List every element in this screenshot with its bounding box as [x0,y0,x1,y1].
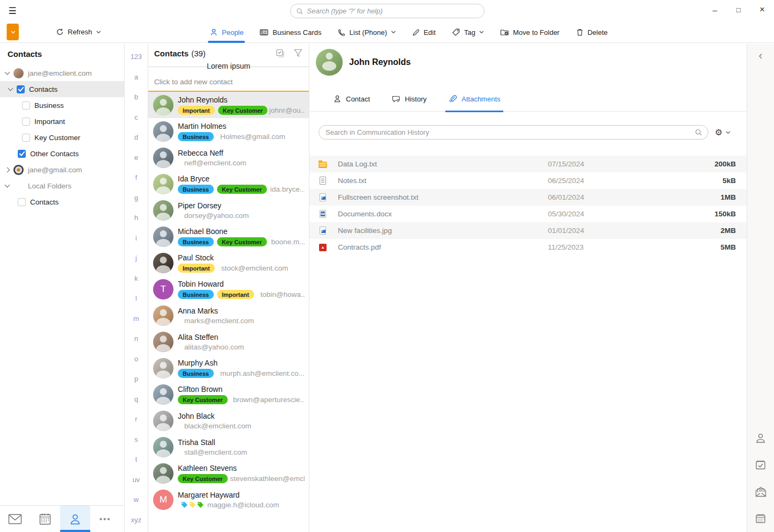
alphabet-letter[interactable]: e [125,148,148,168]
alphabet-letter[interactable]: xyz [125,510,148,530]
maximize-button[interactable]: □ [727,0,750,19]
folder-tree-item[interactable]: Key Customer [0,129,124,145]
alphabet-letter[interactable]: m [125,309,148,329]
alphabet-letter[interactable]: k [125,268,148,289]
partially-scrolled-row[interactable]: Lorem ipsum [148,61,309,72]
alphabet-letter[interactable]: q [125,389,148,410]
contact-list-item[interactable]: Clifton Brown Key Customer brown@apertur… [148,381,309,407]
communication-search[interactable] [319,125,708,140]
contact-list-item[interactable]: Murphy Ash Business murph.ash@emclient.c… [148,355,309,381]
alphabet-letter[interactable]: p [125,369,148,389]
delete-button[interactable]: Delete [576,21,608,43]
rail-contact-button[interactable] [755,432,766,444]
search-settings-button[interactable]: ⚙ [715,127,730,137]
folder-tree-item[interactable]: Business [0,97,124,113]
alphabet-letter[interactable]: g [125,188,148,208]
folder-checkbox[interactable] [22,134,30,142]
contact-list-item[interactable]: John Black black@emclient.com [148,407,309,434]
contact-list-item[interactable]: Paul Stock Important stock@emclient.com [148,250,309,276]
alphabet-letter[interactable]: j [125,248,148,268]
tag-button[interactable]: Tag [452,21,484,43]
move-to-folder-button[interactable]: Move to Folder [500,21,560,43]
close-button[interactable]: × [750,0,774,19]
folder-checkbox[interactable] [22,118,30,126]
alphabet-letter[interactable]: c [125,107,148,128]
contact-list-item[interactable]: Piper Dorsey dorsey@yahoo.com [148,197,309,223]
tab-business-cards[interactable]: Business Cards [259,21,321,43]
attachment-row[interactable]: Data Log.txt 07/15/2024 200kB [309,156,747,172]
folder-tree-item[interactable]: Contacts [0,194,124,210]
contact-list-item[interactable]: Rebecca Neff neff@emclient.com [148,144,309,171]
folder-tree-item[interactable]: Important [0,113,124,129]
minimize-button[interactable]: – [703,0,727,19]
tree-chevron-icon[interactable] [5,167,10,172]
tab-contact[interactable]: Contact [333,86,370,112]
folder-tree-item[interactable]: jane@gmail.com [0,162,124,178]
tab-history[interactable]: History [392,86,426,112]
refresh-button[interactable]: Refresh [56,24,101,40]
module-people[interactable] [60,506,90,532]
global-search-input[interactable] [307,7,479,15]
add-new-contact-row[interactable]: Click to add new contact [148,72,309,92]
alphabet-letter[interactable]: l [125,288,148,309]
alphabet-letter[interactable]: b [125,87,148,107]
tree-chevron-icon[interactable] [5,183,10,188]
alphabet-letter[interactable]: i [125,228,148,249]
module-mail[interactable] [0,506,30,532]
alphabet-letter[interactable]: f [125,167,148,188]
contact-list-item[interactable]: Alita Steffen alitas@yahoo.com [148,329,309,355]
tab-attachments[interactable]: Attachments [448,86,500,112]
tab-list-phone[interactable]: List (Phone) [338,21,396,43]
rail-mail-button[interactable] [755,486,767,498]
alphabet-letter[interactable]: r [125,409,148,429]
folder-tree-item[interactable]: jane@emclient.com [0,65,124,81]
tree-chevron-icon[interactable] [5,70,10,75]
alphabet-letter[interactable]: o [125,349,148,369]
folder-tree-item[interactable]: Contacts [0,81,124,97]
new-button[interactable]: + New [6,24,19,40]
alphabet-letter[interactable]: 123 [125,47,148,67]
alphabet-letter[interactable]: n [125,329,148,349]
tree-chevron-icon[interactable] [8,86,13,91]
attachment-row[interactable]: Notes.txt 06/25/2024 5kB [309,172,747,189]
folder-tree-item[interactable]: Local Folders [0,178,124,194]
alphabet-letter[interactable]: w [125,490,148,510]
edit-button[interactable]: Edit [412,21,436,43]
hamburger-menu-icon[interactable]: ☰ [5,4,19,17]
contact-list-item[interactable]: Michael Boone BusinessKey Customer boone… [148,223,309,250]
folder-checkbox[interactable] [17,85,25,93]
alphabet-letter[interactable]: uv [125,470,148,490]
contact-list-item[interactable]: John Reynolds ImportantKey Customer john… [148,92,309,118]
alphabet-letter[interactable]: s [125,429,148,450]
folder-checkbox[interactable] [22,101,30,110]
attachment-row[interactable]: Fullscreen screenshot.txt 06/01/2024 1MB [309,189,747,206]
communication-search-input[interactable] [325,128,695,136]
folder-tree-item[interactable]: Other Contacts [0,145,124,162]
folder-checkbox[interactable] [18,150,26,158]
global-search[interactable] [290,4,484,18]
tab-people[interactable]: People [209,21,243,43]
contact-list-item[interactable]: Anna Marks marks@emclient.com [148,302,309,329]
filter-icon[interactable] [294,49,302,57]
module-calendar[interactable] [30,506,60,532]
new-dropdown-button[interactable] [7,24,19,40]
attachment-row[interactable]: Contracts.pdf 11/25/2023 5MB [309,239,747,256]
rail-tasks-button[interactable] [755,459,766,471]
alphabet-letter[interactable]: h [125,208,148,228]
contact-list-item[interactable]: Ida Bryce BusinessKey Customer ida.bryce… [148,171,309,197]
attachment-row[interactable]: New facilities.jpg 01/01/2024 2MB [309,222,747,239]
contact-list-item[interactable]: Kathleen Stevens Key Customer stevenskat… [148,460,309,486]
folder-checkbox[interactable] [18,198,26,206]
rail-agenda-button[interactable] [755,513,766,524]
contact-list-item[interactable]: Trisha Stall stall@emclient.com [148,434,309,460]
alphabet-letter[interactable]: d [125,127,148,148]
multi-select-icon[interactable] [276,49,285,58]
alphabet-letter[interactable]: t [125,449,148,470]
contact-list-item[interactable]: T Tobin Howard BusinessImportant [148,276,309,302]
attachment-row[interactable]: Documents.docx 05/30/2024 150kB [309,206,747,222]
alphabet-letter[interactable]: a [125,67,148,88]
module-more[interactable]: ••• [90,506,120,532]
contact-list-item[interactable]: Martin Holmes Business Holmes@gmail.com [148,118,309,144]
contact-list-item[interactable]: M Margaret Hayward magg [148,486,309,513]
collapse-panel-icon[interactable]: ‹ [747,49,774,63]
